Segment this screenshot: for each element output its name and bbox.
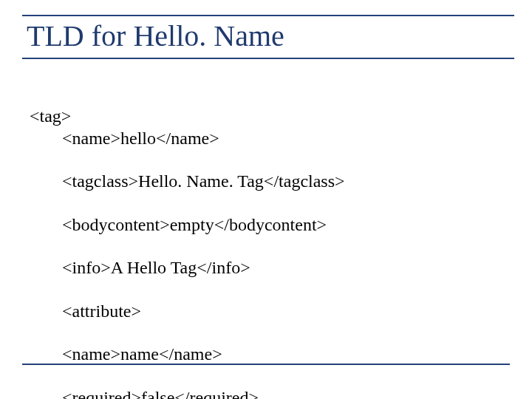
- code-line: <tagclass>Hello. Name. Tag</tagclass>: [30, 171, 510, 192]
- code-line: <required>false</required>: [30, 387, 510, 399]
- code-line: <bodycontent>empty</bodycontent>: [30, 214, 510, 236]
- code-line: <attribute>: [30, 301, 510, 322]
- slide-title: TLD for Hello. Name: [27, 21, 514, 52]
- code-line: <name>name</name>: [30, 344, 510, 365]
- code-block: <tag> <name>hello</name> <tagclass>Hello…: [22, 84, 510, 399]
- code-line: <info>A Hello Tag</info>: [30, 257, 510, 279]
- code-line: <tag>: [30, 106, 71, 126]
- code-line: <name>hello</name>: [30, 128, 510, 149]
- slide: TLD for Hello. Name <tag> <name>hello</n…: [0, 0, 532, 399]
- bottom-rule: [22, 364, 510, 365]
- title-container: TLD for Hello. Name: [22, 15, 514, 59]
